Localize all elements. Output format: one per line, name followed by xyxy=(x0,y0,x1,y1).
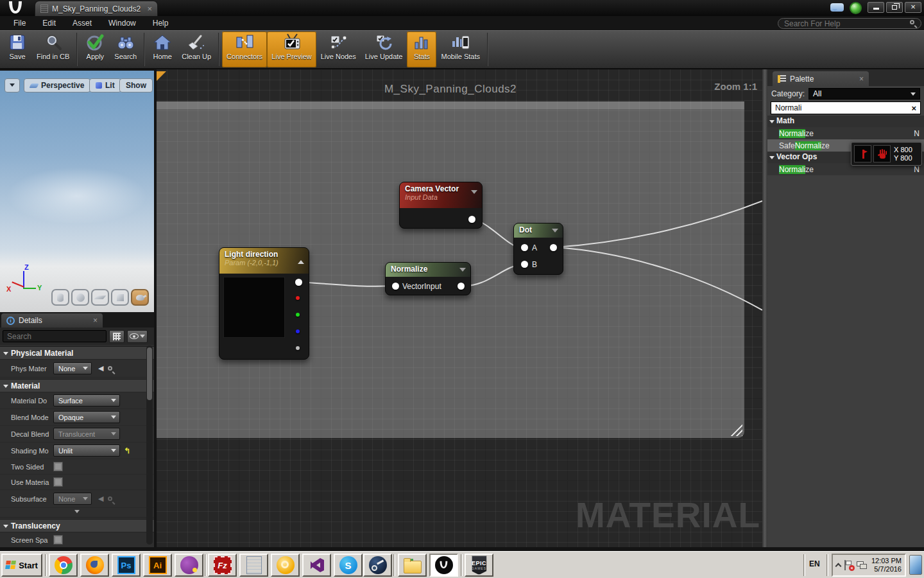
property-matrix-button[interactable] xyxy=(109,330,124,343)
clean-up-button[interactable]: Clean Up xyxy=(177,31,216,67)
section-physical-material[interactable]: Physical Material xyxy=(0,346,154,360)
details-search-input[interactable] xyxy=(3,330,107,342)
find-in-cb-button[interactable]: Find in CB xyxy=(32,31,74,67)
taskbar-chrome-button[interactable] xyxy=(49,554,78,577)
menu-asset[interactable]: Asset xyxy=(64,16,100,30)
panel-splitter[interactable] xyxy=(762,69,767,547)
node-dot[interactable]: Dot A B xyxy=(513,223,563,275)
output-pin-r[interactable] xyxy=(296,296,300,300)
section-translucency[interactable]: Translucency xyxy=(0,519,154,532)
input-pin-b[interactable] xyxy=(521,261,528,268)
output-pin-b[interactable] xyxy=(296,329,300,333)
section-material[interactable]: Material xyxy=(0,379,154,392)
clear-search-icon[interactable]: × xyxy=(911,103,916,113)
browse-asset-icon[interactable] xyxy=(108,366,112,371)
tray-clock[interactable]: 12:03 PM 5/7/2016 xyxy=(871,557,902,574)
show-desktop-button[interactable] xyxy=(909,555,922,575)
details-close-icon[interactable]: × xyxy=(93,316,98,325)
tab-close-icon[interactable]: × xyxy=(147,4,152,13)
taskbar-filezilla-button[interactable]: Fz xyxy=(208,554,237,577)
node-header[interactable]: Dot xyxy=(514,223,563,238)
taskbar-messenger-button[interactable] xyxy=(175,554,203,577)
output-pin[interactable] xyxy=(458,283,465,290)
menu-file[interactable]: File xyxy=(5,16,34,30)
viewport-options-button[interactable] xyxy=(4,78,20,92)
reset-to-default-icon[interactable]: ↰ xyxy=(124,448,130,454)
show-button[interactable]: Show xyxy=(119,78,153,92)
language-indicator[interactable]: EN xyxy=(809,559,820,568)
document-tab[interactable]: M_Sky_Panning_Clouds2 × xyxy=(35,1,158,16)
taskbar-steam-button[interactable] xyxy=(363,554,392,577)
input-pin[interactable] xyxy=(392,283,399,290)
output-pin-g[interactable] xyxy=(296,313,300,317)
output-pin-rgba[interactable] xyxy=(295,279,302,286)
perspective-button[interactable]: Perspective xyxy=(24,78,90,92)
collapse-icon[interactable] xyxy=(471,190,477,197)
network-icon[interactable] xyxy=(857,560,868,570)
node-light-direction[interactable]: Light direction Param (-2,0,-1,1) xyxy=(219,247,309,360)
mobile-stats-button[interactable]: Mobile Stats xyxy=(436,31,484,67)
live-nodes-button[interactable]: Live Nodes xyxy=(316,31,361,67)
node-header[interactable]: Normalize xyxy=(386,263,470,277)
material-domain-dropdown[interactable]: Surface xyxy=(53,394,120,407)
taskbar-photoshop-button[interactable]: Ps xyxy=(112,554,141,577)
taskbar-epic-button[interactable]: EPIC GAMES xyxy=(465,554,493,577)
material-graph[interactable]: M_Sky_Panning_Clouds2 Zoom 1:1 MATERIAL … xyxy=(157,69,762,547)
restore-button[interactable] xyxy=(886,2,903,13)
screen-space-checkbox[interactable] xyxy=(53,535,63,545)
taskbar-unreal-button[interactable] xyxy=(429,554,458,577)
taskbar-canary-button[interactable] xyxy=(271,554,300,577)
palette-tab[interactable]: Palette × xyxy=(773,71,869,86)
scrollbar-thumb[interactable] xyxy=(147,347,152,400)
input-pin-a[interactable] xyxy=(521,244,528,251)
display-filter-button[interactable] xyxy=(127,330,148,343)
use-material-checkbox[interactable] xyxy=(53,477,63,487)
home-button[interactable]: Home xyxy=(148,31,177,67)
menu-help[interactable]: Help xyxy=(144,16,177,30)
group-math[interactable]: Math xyxy=(767,116,924,127)
phys-material-dropdown[interactable]: None xyxy=(53,362,92,374)
output-pin-a[interactable] xyxy=(296,346,300,350)
connectors-button[interactable]: Connectors xyxy=(222,31,267,67)
live-preview-button[interactable]: Live Preview xyxy=(267,31,316,67)
node-header[interactable]: Light direction Param (-2,0,-1,1) xyxy=(219,248,309,274)
category-dropdown[interactable]: All xyxy=(809,88,920,100)
search-button[interactable]: Search xyxy=(110,31,141,67)
show-hidden-icons-chevron[interactable] xyxy=(835,563,842,570)
teapot-shape-button[interactable] xyxy=(131,289,149,306)
taskbar-skype-button[interactable]: S xyxy=(334,554,363,577)
palette-close-icon[interactable]: × xyxy=(859,74,864,83)
source-control-icon[interactable] xyxy=(850,2,862,14)
taskbar-visualstudio-button[interactable] xyxy=(302,554,331,577)
details-tab[interactable]: i Details × xyxy=(1,313,103,328)
node-normalize[interactable]: Normalize VectorInput xyxy=(385,262,471,295)
use-selected-asset-icon[interactable]: ◀ xyxy=(98,364,103,372)
taskbar-illustrator-button[interactable]: Ai xyxy=(143,554,172,577)
cylinder-shape-button[interactable] xyxy=(51,289,69,306)
taskbar-notepad-button[interactable] xyxy=(239,554,268,577)
help-search-input[interactable] xyxy=(778,18,921,29)
advanced-expander[interactable] xyxy=(0,508,154,518)
menu-edit[interactable]: Edit xyxy=(34,16,64,30)
palette-item-normalize-math[interactable]: Normalize N xyxy=(767,127,924,139)
blend-mode-dropdown[interactable]: Opaque xyxy=(53,411,120,423)
sphere-shape-button[interactable] xyxy=(71,289,89,306)
action-center-flag-icon[interactable]: × xyxy=(844,560,853,570)
palette-search-box[interactable]: Normali × xyxy=(771,101,921,114)
start-button[interactable]: Start xyxy=(1,554,42,577)
chat-bubble-icon[interactable] xyxy=(830,3,844,12)
details-scrollbar[interactable] xyxy=(146,346,153,545)
lit-mode-button[interactable]: Lit xyxy=(89,78,121,92)
plane-shape-button[interactable] xyxy=(91,289,109,306)
two-sided-checkbox[interactable] xyxy=(53,462,63,471)
preview-viewport[interactable]: Perspective Lit Show Z Y X xyxy=(0,71,154,312)
output-pin[interactable] xyxy=(550,244,557,251)
collapse-icon[interactable] xyxy=(552,229,558,236)
apply-button[interactable]: Apply xyxy=(80,31,110,67)
node-camera-vector[interactable]: Camera Vector Input Data xyxy=(399,182,483,229)
cube-shape-button[interactable] xyxy=(111,289,129,306)
collapse-icon[interactable] xyxy=(459,268,466,275)
collapse-icon[interactable] xyxy=(298,257,304,264)
taskbar-explorer-button[interactable] xyxy=(398,554,427,577)
close-button[interactable]: × xyxy=(905,2,921,13)
